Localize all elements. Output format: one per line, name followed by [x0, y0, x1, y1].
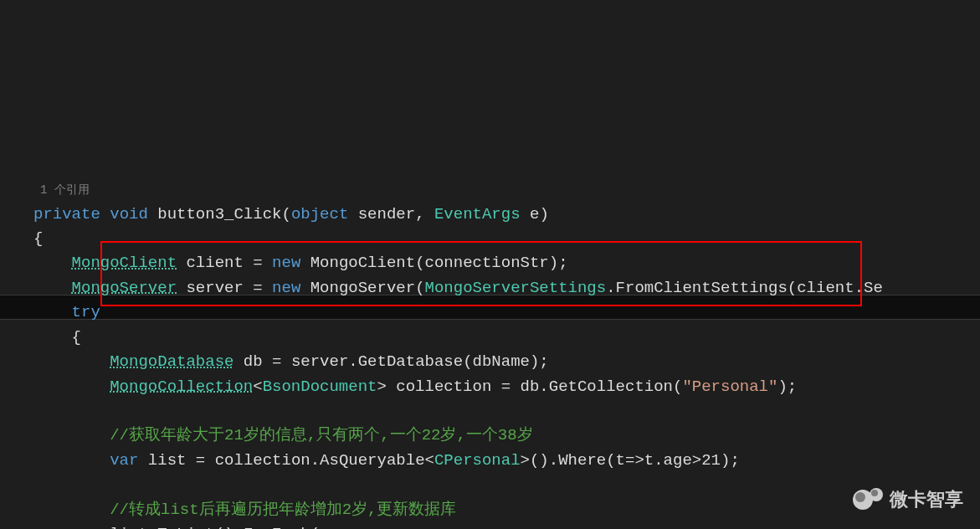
type-cpersonal: CPersonal	[434, 451, 521, 470]
type-mongocollection: MongoCollection	[110, 377, 253, 396]
keyword-new: new	[272, 279, 300, 297]
method-tolist: ToList	[157, 525, 214, 529]
type-mongoclient: MongoClient	[72, 254, 177, 272]
type-mongoserversettings: MongoServerSettings	[425, 279, 607, 297]
var-collection: collection	[396, 377, 491, 396]
type-mongodatabase: MongoDatabase	[110, 352, 233, 371]
var-server: server	[186, 279, 243, 297]
type-eventargs: EventArgs	[434, 205, 521, 223]
method-where: Where	[558, 451, 606, 470]
ctor-mongoserver: MongoServer	[310, 279, 415, 297]
param-connstr: connectionStr	[425, 254, 549, 272]
method-getcollection: GetCollection	[549, 377, 673, 396]
var-db-ref: db	[521, 377, 540, 396]
var-client: client	[186, 254, 243, 272]
watermark: 微卡智享	[853, 485, 963, 514]
comment-update: //转成list后再遍历把年龄增加2岁,更新数据库	[110, 501, 456, 519]
method-foreach: ForEach	[244, 525, 310, 529]
param-e: e	[530, 205, 539, 223]
var-collection-ref: collection	[215, 451, 310, 470]
wechat-icon	[853, 488, 883, 511]
param-dbname: dbName	[473, 352, 530, 371]
reference-count[interactable]: 1 个引用	[40, 183, 90, 197]
type-bsondocument: BsonDocument	[263, 377, 377, 396]
var-server-ref: server	[291, 352, 348, 371]
type-mongoserver: MongoServer	[72, 279, 177, 297]
string-personal: "Personal"	[682, 377, 777, 396]
code-editor[interactable]: 1 个引用 private void button3_Click(object …	[0, 148, 980, 529]
keyword-new: new	[272, 254, 300, 272]
lambda-where: (t=>t.age>21)	[606, 451, 730, 470]
keyword-var: var	[110, 451, 138, 470]
var-list: list	[148, 451, 187, 470]
comment-query: //获取年龄大于21岁的信息,只有两个,一个22岁,一个38岁	[110, 426, 532, 444]
keyword-object: object	[291, 205, 348, 223]
var-list-ref: list	[110, 525, 148, 529]
var-db: db	[244, 352, 263, 371]
method-fromclientsettings: FromClientSettings	[616, 279, 788, 297]
method-getdatabase: GetDatabase	[358, 352, 463, 371]
method-name: button3_Click	[157, 205, 281, 223]
keyword-private: private	[33, 205, 100, 223]
method-asqueryable: AsQueryable	[320, 451, 424, 470]
param-sender: sender	[358, 205, 415, 223]
param-clientse: client.Se	[797, 279, 883, 297]
keyword-try: try	[72, 303, 100, 321]
lambda-p: (p =>	[310, 525, 358, 529]
watermark-text: 微卡智享	[890, 485, 963, 514]
ctor-mongoclient: MongoClient	[310, 254, 415, 272]
keyword-void: void	[110, 205, 148, 223]
